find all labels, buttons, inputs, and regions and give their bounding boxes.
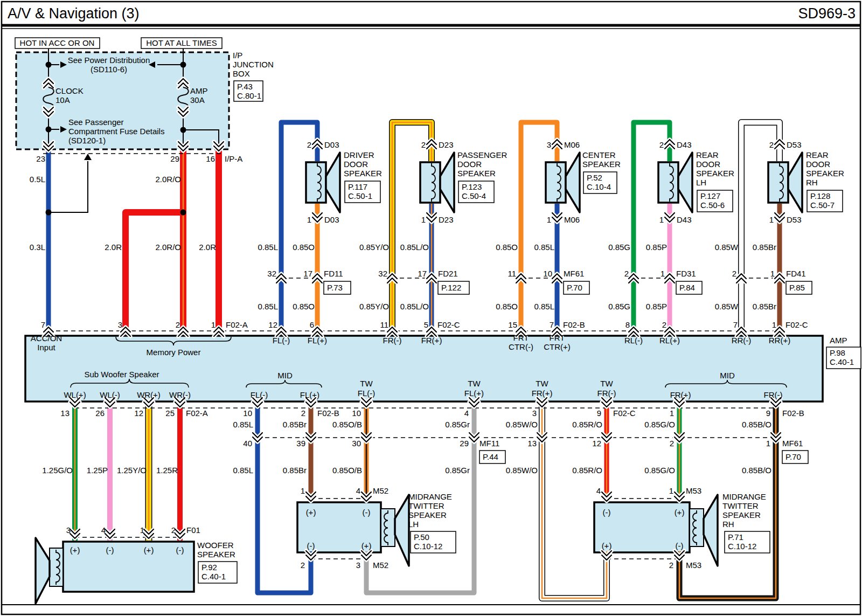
- diagram-label: P.92: [201, 563, 217, 572]
- diagram-label: 1: [301, 486, 305, 495]
- diagram-label: CTR(-): [509, 342, 533, 351]
- diagram-label: 0.85Y/O: [359, 302, 389, 311]
- page-title: A/V & Navigation (3): [8, 5, 140, 22]
- diagram-label: MF61: [564, 269, 584, 278]
- diagram-label: 17: [303, 269, 312, 278]
- diagram-label: 0.85P: [646, 302, 667, 311]
- diagram-label: 6: [310, 320, 314, 329]
- diagram-label: 12: [592, 439, 601, 448]
- diagram-label: (+): [144, 545, 154, 555]
- diagram-label: WR(-): [169, 390, 191, 399]
- diagram-label: (-): [603, 508, 611, 517]
- diagram-label: DOOR: [806, 160, 830, 169]
- diagram-label: M53: [686, 486, 701, 495]
- diagram-label: 10: [543, 269, 552, 278]
- diagram-label: C.10-4: [587, 182, 611, 191]
- diagram-label: 1: [307, 215, 311, 224]
- diagram-label: P.73: [327, 283, 343, 292]
- diagram-label: 1.25R: [156, 466, 178, 475]
- diagram-label: C.80-1: [237, 91, 261, 100]
- diagram-label: D53: [787, 140, 802, 149]
- diagram-label: 0.85G/O: [644, 466, 675, 475]
- diagram-label: C.40-1: [201, 572, 226, 581]
- diagram-label: RR(+): [769, 336, 790, 345]
- junction-dot: [180, 210, 186, 216]
- diagram-label: (+): [362, 541, 372, 550]
- diagram-label: SPEAKER: [582, 160, 621, 169]
- junction-dot: [46, 62, 52, 68]
- diagram-label: 0.85Br: [753, 302, 776, 311]
- diagram-label: FR(-): [383, 336, 402, 345]
- diagram-label: 0.85W: [715, 302, 739, 311]
- diagram-label: 30A: [190, 95, 205, 105]
- diagram-label: FR(-): [597, 389, 616, 398]
- diagram-label: 0.85O: [293, 243, 315, 252]
- diagram-label: 29: [460, 439, 469, 448]
- diagram-label: RH: [722, 520, 734, 529]
- diagram-label: C.50-4: [462, 191, 486, 200]
- diagram-label: SPEAKER: [408, 510, 447, 520]
- diagram-label: 1.25Y/O: [117, 466, 147, 475]
- diagram-label: DOOR: [457, 160, 482, 169]
- diagram-label: 0.85L/O: [400, 302, 429, 311]
- diagram-label: 1: [670, 409, 674, 418]
- diagram-label: 0.85L: [534, 302, 554, 311]
- diagram-label: C.10-12: [414, 542, 442, 551]
- diagram-label: 1.25P: [87, 466, 108, 475]
- diagram-label: MF61: [782, 439, 803, 448]
- diagram-label: TW: [468, 379, 481, 388]
- passenger-door-speaker-box: [420, 162, 440, 203]
- diagram-label: 2: [624, 269, 629, 278]
- diagram-label: LH: [408, 520, 419, 529]
- diagram-label: SPEAKER: [457, 169, 496, 178]
- diagram-label: D23: [439, 215, 454, 224]
- diagram-label: 11: [380, 320, 388, 329]
- diagram-label: DOOR: [344, 160, 368, 169]
- diagram-label: C.50-6: [700, 200, 725, 210]
- diagram-label: P.127: [700, 191, 720, 200]
- diagram-label: 10: [352, 409, 361, 418]
- diagram-label: 1: [661, 269, 665, 278]
- diagram-label: 0.3L: [30, 243, 45, 252]
- diagram-label: TWITTER: [722, 501, 759, 510]
- diagram-label: D53: [787, 215, 802, 224]
- diagram-label: 0.85B/O: [742, 466, 771, 475]
- diagram-label: RL(-): [624, 336, 643, 345]
- diagram-label: CLOCK: [55, 86, 84, 95]
- diagram-label: 1.25G/O: [42, 466, 73, 475]
- diagram-label: WL(-): [100, 390, 120, 399]
- diagram-label: P.50: [414, 532, 429, 542]
- diagram-label: 40: [243, 439, 252, 448]
- diagram-label: FL(-): [273, 336, 290, 345]
- diagram-label: F02-B: [782, 409, 804, 418]
- diagram-label: FRT: [513, 333, 529, 342]
- diagram-label: F02-B: [317, 409, 339, 418]
- diagram-label: (-): [106, 545, 114, 555]
- diagram-label: TW: [360, 379, 373, 388]
- diagram-label: 8: [625, 320, 630, 329]
- diagram-label: FD11: [324, 269, 343, 278]
- diagram-label: 0.85W/O: [506, 466, 538, 475]
- diagram-label: 2: [670, 439, 674, 448]
- diagram-label: 2: [669, 560, 673, 570]
- diagram-label: D23: [439, 140, 454, 149]
- diagram-label: D03: [324, 140, 339, 149]
- woofer-speaker-box: [63, 542, 194, 592]
- diagram-label: P.70: [567, 283, 582, 292]
- diagram-label: Memory Power: [147, 348, 201, 357]
- diagram-label: 39: [296, 439, 305, 448]
- driver-door-speaker-box: [306, 162, 326, 203]
- diagram-label: 1: [669, 486, 673, 495]
- diagram-label: 0.85L: [258, 302, 278, 311]
- diagram-label: P.123: [462, 182, 482, 191]
- diagram-label: 0.85R/O: [572, 466, 602, 475]
- diagram-label: P.128: [810, 191, 830, 200]
- diagram-label: 7: [733, 320, 738, 329]
- diagram-label: MID: [720, 371, 735, 380]
- diagram-label: 1: [211, 320, 215, 329]
- diagram-label: 11: [508, 269, 516, 278]
- diagram-label: LH: [696, 178, 706, 187]
- diagram-label: DOOR: [696, 160, 720, 169]
- diagram-label: 3: [356, 560, 360, 570]
- diagram-label: 0.85P: [646, 243, 667, 252]
